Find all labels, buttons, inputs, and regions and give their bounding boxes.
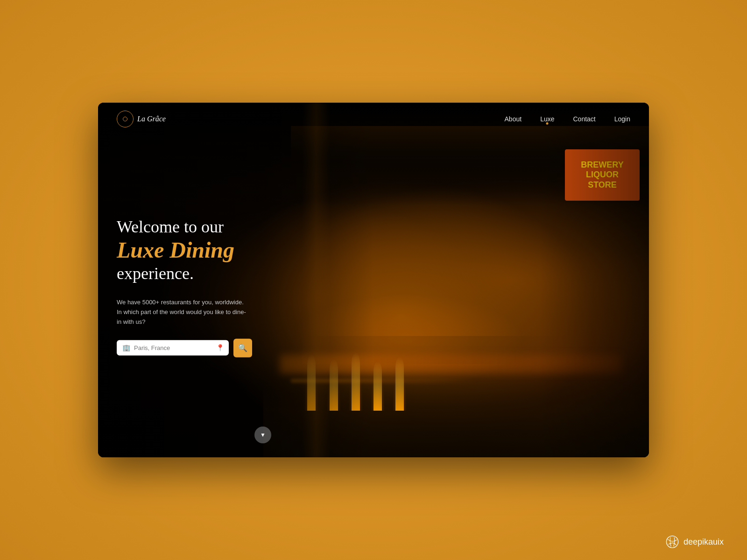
nav-link-about[interactable]: About	[505, 115, 522, 123]
nav-link-contact[interactable]: Contact	[573, 115, 595, 123]
dribbble-icon	[666, 535, 679, 548]
search-bar[interactable]: 🏢 📍	[117, 340, 229, 356]
nav-link-login[interactable]: Login	[614, 115, 630, 123]
logo[interactable]: La Grâce	[117, 111, 166, 127]
navbar: La Grâce About Luxe Contact Login	[98, 103, 649, 135]
watermark-text: deepikauix	[684, 537, 724, 547]
location-icon[interactable]: 📍	[216, 344, 224, 352]
browser-window: BREWERYLIQUORSTORE La Grâce About Luxe C…	[98, 103, 649, 457]
scroll-down-icon: ▼	[260, 432, 266, 439]
experience-text: experience.	[117, 264, 252, 284]
logo-text: La Grâce	[137, 115, 166, 123]
logo-circle	[117, 111, 134, 127]
svg-point-0	[666, 536, 678, 547]
search-icon: 🔍	[238, 343, 247, 352]
search-container: 🏢 📍 🔍	[117, 338, 252, 357]
logo-icon	[123, 117, 127, 121]
nav-link-luxe[interactable]: Luxe	[540, 115, 554, 123]
building-icon: 🏢	[122, 344, 130, 352]
light-pillar-5	[395, 357, 404, 411]
nav-links: About Luxe Contact Login	[505, 115, 630, 123]
watermark: deepikauix	[666, 535, 724, 548]
hero-section: BREWERYLIQUORSTORE La Grâce About Luxe C…	[98, 103, 649, 457]
search-input[interactable]	[134, 344, 212, 351]
hero-content: Welcome to our Luxe Dining experience. W…	[117, 217, 252, 357]
scroll-indicator[interactable]: ▼	[254, 427, 271, 443]
subtitle-text: We have 5000+ restaurants for you, world…	[117, 298, 247, 327]
light-pillar-4	[374, 362, 382, 411]
search-button[interactable]: 🔍	[233, 338, 252, 357]
luxe-dining-text: Luxe Dining	[117, 238, 252, 263]
right-overlay	[539, 103, 649, 457]
welcome-line1: Welcome to our	[117, 217, 252, 237]
